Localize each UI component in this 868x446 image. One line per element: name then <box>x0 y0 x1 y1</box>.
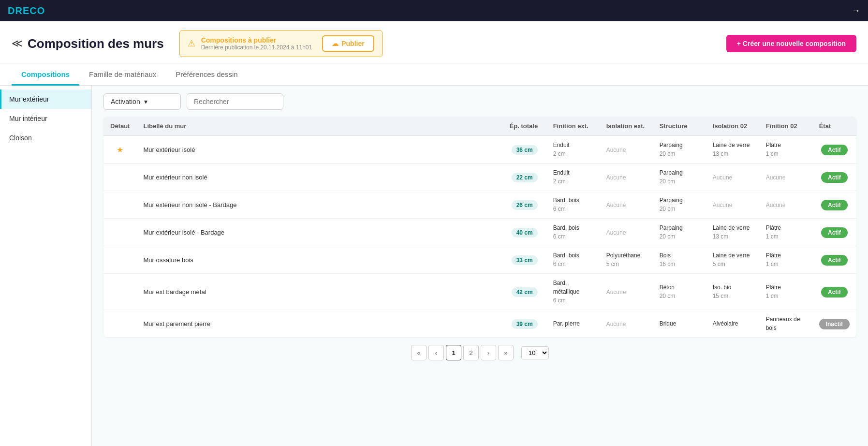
cell-ep: 26 cm <box>503 191 546 219</box>
status-badge: Inactif <box>819 319 850 329</box>
header-right: + Créer une nouvelle composition <box>726 35 856 52</box>
header-area: ≪ Composition des murs ⚠ Compositions à … <box>0 21 868 63</box>
cell-etat: Inactif <box>812 310 856 338</box>
pagination-page-2[interactable]: 2 <box>463 345 479 360</box>
publish-label: Publier <box>341 40 364 47</box>
cell-isolation02: Laine de verre5 cm <box>706 246 759 274</box>
pagination-first[interactable]: « <box>411 345 427 360</box>
sidebar-item-mur-interieur[interactable]: Mur intérieur <box>0 109 91 128</box>
cell-libelle: Mur ext parement pierre <box>136 310 502 338</box>
col-header-structure: Structure <box>653 117 706 136</box>
cell-default <box>103 310 136 338</box>
cell-isolation02: Iso. bio15 cm <box>706 274 759 310</box>
col-header-default: Défaut <box>103 117 136 136</box>
cell-finition02: Aucune <box>759 191 812 219</box>
activation-label: Activation <box>111 98 140 105</box>
table-row[interactable]: Mur ext bardage métal42 cmBard. métalliq… <box>103 274 856 310</box>
page-title-area: ≪ Composition des murs <box>12 36 164 51</box>
cell-finition02: Plâtre1 cm <box>759 274 812 310</box>
cell-finition02: Aucune <box>759 164 812 191</box>
cell-finition-ext: Bard. bois6 cm <box>546 191 600 219</box>
logo-accent: O <box>37 5 45 16</box>
tab-compositions[interactable]: Compositions <box>12 63 79 86</box>
cell-isolation-ext: Aucune <box>600 310 653 338</box>
star-icon: ★ <box>117 146 123 154</box>
sidebar-item-mur-exterieur[interactable]: Mur extérieur <box>0 89 91 109</box>
sidebar-item-cloison[interactable]: Cloison <box>0 128 91 148</box>
col-header-isolation-ext: Isolation ext. <box>600 117 653 136</box>
col-header-libelle: Libellé du mur <box>136 117 502 136</box>
table-area: Activation ▾ Défaut Libellé du mur Ép. t… <box>92 86 868 446</box>
cell-structure: Parpaing20 cm <box>653 136 706 164</box>
cell-isolation-ext: Aucune <box>600 219 653 246</box>
cell-etat: Actif <box>812 246 856 274</box>
cell-ep: 42 cm <box>503 274 546 310</box>
cell-ep: 22 cm <box>503 164 546 191</box>
status-badge: Actif <box>821 200 848 210</box>
cell-ep: 40 cm <box>503 219 546 246</box>
compositions-table: Défaut Libellé du mur Ép. totale Finitio… <box>103 117 856 337</box>
cell-etat: Actif <box>812 219 856 246</box>
table-row[interactable]: Mur extérieur isolé - Bardage40 cmBard. … <box>103 219 856 246</box>
cell-finition-ext: Bard. bois6 cm <box>546 219 600 246</box>
col-header-ep: Ép. totale <box>503 117 546 136</box>
activation-dropdown[interactable]: Activation ▾ <box>103 93 181 110</box>
chevron-down-icon: ▾ <box>144 98 174 105</box>
sidebar: Mur extérieur Mur intérieur Cloison <box>0 86 92 446</box>
cell-finition-ext: Bard. bois6 cm <box>546 246 600 274</box>
col-header-finition-ext: Finition ext. <box>546 117 600 136</box>
create-composition-button[interactable]: + Créer une nouvelle composition <box>726 35 856 52</box>
filter-row: Activation ▾ <box>103 93 856 110</box>
cell-finition-ext: Enduit2 cm <box>546 164 600 191</box>
per-page-select[interactable]: 5 10 20 50 <box>521 346 549 359</box>
cell-libelle: Mur extérieur isolé <box>136 136 502 164</box>
cell-ep: 39 cm <box>503 310 546 338</box>
pagination-next[interactable]: › <box>481 345 496 360</box>
cell-isolation02: Laine de verre13 cm <box>706 136 759 164</box>
cell-finition02: Plâtre1 cm <box>759 219 812 246</box>
col-header-isolation02: Isolation 02 <box>706 117 759 136</box>
col-header-etat: État <box>812 117 856 136</box>
cell-default <box>103 219 136 246</box>
page-title: Composition des murs <box>28 36 164 51</box>
pagination-last[interactable]: » <box>498 345 514 360</box>
pagination-prev[interactable]: ‹ <box>428 345 444 360</box>
cell-isolation-ext: Aucune <box>600 136 653 164</box>
cell-ep: 33 cm <box>503 246 546 274</box>
table-row[interactable]: ★Mur extérieur isolé36 cmEnduit2 cmAucun… <box>103 136 856 164</box>
cell-structure: Parpaing20 cm <box>653 191 706 219</box>
table-row[interactable]: Mur extérieur non isolé22 cmEnduit2 cmAu… <box>103 164 856 191</box>
search-input[interactable] <box>187 93 283 110</box>
main-content: Mur extérieur Mur intérieur Cloison Acti… <box>0 86 868 446</box>
cell-isolation-ext: Polyuréthane5 cm <box>600 246 653 274</box>
tab-famille[interactable]: Famille de matériaux <box>79 63 166 86</box>
logo-text: DREC <box>8 5 37 16</box>
cell-libelle: Mur extérieur non isolé <box>136 164 502 191</box>
cell-isolation-ext: Aucune <box>600 164 653 191</box>
cell-default <box>103 274 136 310</box>
publish-banner: ⚠ Compositions à publier Dernière public… <box>179 30 383 57</box>
pagination-page-1[interactable]: 1 <box>446 345 461 360</box>
cell-structure: Parpaing20 cm <box>653 164 706 191</box>
banner-title: Compositions à publier <box>201 36 317 44</box>
status-badge: Actif <box>821 227 848 238</box>
tab-preferences[interactable]: Préférences dessin <box>166 63 247 86</box>
cell-default <box>103 191 136 219</box>
cell-default: ★ <box>103 136 136 164</box>
cell-structure: Brique <box>653 310 706 338</box>
cell-ep: 36 cm <box>503 136 546 164</box>
table-row[interactable]: Mur extérieur non isolé - Bardage26 cmBa… <box>103 191 856 219</box>
banner-subtitle: Dernière publication le 20.11.2024 à 11h… <box>201 44 317 51</box>
cell-default <box>103 164 136 191</box>
pagination-row: « ‹ 1 2 › » 5 10 20 50 <box>103 337 856 362</box>
cell-finition02: Plâtre1 cm <box>759 246 812 274</box>
table-row[interactable]: Mur ext parement pierre39 cmPar. pierreA… <box>103 310 856 338</box>
cell-finition02: Panneaux de bois <box>759 310 812 338</box>
cell-etat: Actif <box>812 136 856 164</box>
logout-icon[interactable]: → <box>852 6 860 16</box>
publish-button[interactable]: ☁ Publier <box>322 35 374 52</box>
cell-isolation02: Aucune <box>706 191 759 219</box>
table-row[interactable]: Mur ossature bois33 cmBard. bois6 cmPoly… <box>103 246 856 274</box>
status-badge: Actif <box>821 172 848 183</box>
cell-etat: Actif <box>812 274 856 310</box>
